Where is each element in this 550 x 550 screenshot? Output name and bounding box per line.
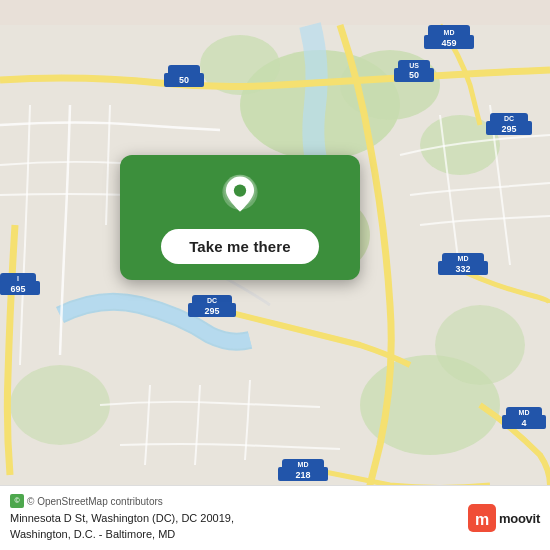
svg-text:218: 218 (295, 470, 310, 480)
moovit-brand-text: moovit (499, 511, 540, 526)
svg-point-8 (10, 365, 110, 445)
osm-logo: © (10, 494, 24, 508)
address-line1: Minnesota D St, Washington (DC), DC 2001… (10, 511, 460, 526)
svg-text:459: 459 (441, 38, 456, 48)
svg-point-51 (234, 184, 246, 196)
svg-text:DC: DC (207, 297, 217, 304)
address-line2: Washington, D.C. - Baltimore, MD (10, 527, 460, 542)
osm-credit-text: © OpenStreetMap contributors (27, 496, 163, 507)
svg-text:332: 332 (455, 264, 470, 274)
svg-text:m: m (475, 511, 489, 528)
take-me-there-card: Take me there (120, 155, 360, 280)
moovit-logo: m moovit (468, 504, 540, 532)
svg-text:MD: MD (444, 29, 455, 36)
svg-text:295: 295 (204, 306, 219, 316)
bottom-bar: © © OpenStreetMap contributors Minnesota… (0, 485, 550, 550)
svg-text:MD: MD (519, 409, 530, 416)
svg-point-7 (435, 305, 525, 385)
svg-text:I: I (17, 275, 19, 282)
svg-text:MD: MD (458, 255, 469, 262)
svg-text:50: 50 (179, 75, 189, 85)
svg-text:295: 295 (501, 124, 516, 134)
osm-credit: © © OpenStreetMap contributors (10, 494, 460, 508)
location-pin-icon (218, 173, 262, 217)
svg-text:50: 50 (409, 70, 419, 80)
svg-text:US: US (409, 62, 419, 69)
svg-text:4: 4 (521, 418, 526, 428)
svg-text:DC: DC (504, 115, 514, 122)
take-me-there-button[interactable]: Take me there (161, 229, 319, 264)
map-container: US 50 US 50 DC 295 I 695 DC 295 MD 332 M… (0, 0, 550, 550)
moovit-icon: m (468, 504, 496, 532)
svg-text:695: 695 (10, 284, 25, 294)
address-section: © © OpenStreetMap contributors Minnesota… (10, 494, 460, 542)
svg-text:MD: MD (298, 461, 309, 468)
